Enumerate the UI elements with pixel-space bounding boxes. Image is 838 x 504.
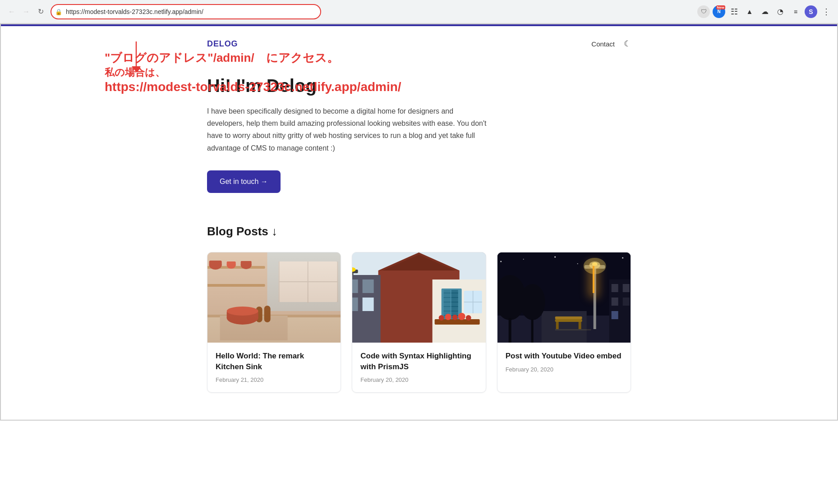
post-1-date: February 21, 2020	[216, 376, 332, 383]
nav-right: Contact ☾	[591, 39, 631, 49]
post-2-body: Code with Syntax Highlighting with Prism…	[352, 343, 485, 393]
post-3-image	[497, 252, 631, 343]
new-badge-icon[interactable]: NNew	[713, 5, 725, 18]
svg-rect-80	[508, 318, 511, 343]
svg-rect-40	[451, 290, 458, 319]
svg-rect-10	[241, 261, 252, 266]
svg-rect-3	[207, 266, 265, 269]
site-content: DELOG Contact ☾ Hi! I'm Delog I have bee…	[171, 26, 667, 420]
hero-title: Hi! I'm Delog	[207, 76, 631, 96]
nav-contact-link[interactable]: Contact	[591, 40, 615, 48]
extensions-icon[interactable]: 🛡	[697, 5, 710, 18]
get-in-touch-button[interactable]: Get in touch →	[207, 170, 281, 193]
svg-point-7	[227, 261, 236, 269]
svg-rect-83	[555, 316, 582, 319]
post-2-date: February 20, 2020	[360, 376, 477, 383]
svg-rect-60	[352, 279, 358, 293]
svg-rect-20	[220, 316, 288, 340]
address-bar-container: 🔒	[51, 4, 321, 19]
svg-point-23	[227, 311, 258, 325]
hero-section: Hi! I'm Delog I have been specifically d…	[207, 58, 631, 215]
svg-rect-15	[337, 261, 338, 302]
more-options-icon[interactable]: ⋮	[820, 5, 833, 18]
svg-rect-6	[209, 261, 222, 266]
svg-rect-85	[578, 322, 581, 329]
post-card-1[interactable]: Hello World: The remark Kitchen Sink Feb…	[207, 252, 341, 393]
svg-rect-14	[279, 261, 280, 302]
post-1-image	[207, 252, 341, 343]
svg-rect-8	[227, 261, 236, 266]
cloud-icon[interactable]: ☁	[759, 5, 771, 18]
svg-point-54	[458, 313, 465, 320]
svg-point-88	[523, 259, 524, 260]
menu-icon[interactable]: ≡	[789, 5, 802, 18]
post-card-3[interactable]: Post with Youtube Video embed February 2…	[497, 252, 631, 393]
svg-rect-62	[352, 298, 358, 311]
svg-rect-18	[207, 316, 341, 343]
post-2-title: Code with Syntax Highlighting with Prism…	[360, 351, 477, 372]
svg-rect-67	[593, 266, 596, 329]
post-card-2[interactable]: Code with Syntax Highlighting with Prism…	[352, 252, 486, 393]
svg-point-25	[227, 307, 258, 316]
svg-rect-21	[256, 307, 262, 322]
svg-rect-86	[555, 329, 591, 330]
back-button[interactable]: ←	[5, 5, 18, 18]
svg-point-53	[452, 315, 458, 320]
browser-nav-buttons: ← → ↻	[5, 5, 47, 18]
page-wrapper: "ブログのアドレス"/admin/ にアクセス。 私の場合は、 https://…	[0, 23, 838, 421]
post-3-date: February 20, 2020	[506, 366, 622, 373]
svg-rect-73	[611, 284, 618, 292]
svg-rect-61	[363, 279, 374, 293]
svg-point-9	[241, 261, 252, 269]
hero-description: I have been specifically designed to bec…	[207, 105, 487, 154]
svg-rect-4	[207, 284, 265, 287]
browser-chrome: ← → ↻ 🔒 🛡 NNew ☷ ▲ ☁ ◔ ≡ S ⋮	[0, 0, 838, 23]
svg-rect-81	[531, 319, 533, 343]
svg-point-89	[554, 256, 556, 257]
post-1-body: Hello World: The remark Kitchen Sink Feb…	[207, 343, 341, 393]
svg-point-51	[439, 315, 444, 321]
svg-point-90	[577, 263, 578, 264]
svg-rect-16	[279, 281, 338, 282]
svg-point-71	[592, 262, 597, 266]
address-bar[interactable]	[51, 4, 321, 19]
svg-rect-11	[267, 252, 341, 311]
svg-marker-1	[132, 66, 141, 72]
forward-button[interactable]: →	[20, 5, 32, 18]
svg-rect-12	[267, 252, 341, 311]
svg-rect-24	[227, 311, 258, 319]
blog-section: Blog Posts ↓	[207, 215, 631, 420]
svg-rect-84	[556, 322, 558, 329]
svg-point-79	[520, 284, 545, 320]
svg-rect-77	[611, 311, 618, 319]
google-drive-icon[interactable]: ▲	[743, 5, 756, 18]
svg-rect-17	[308, 261, 308, 303]
posts-grid: Hello World: The remark Kitchen Sink Feb…	[207, 252, 631, 393]
svg-rect-13	[279, 261, 337, 302]
dark-mode-toggle[interactable]: ☾	[624, 39, 631, 49]
post-2-image	[352, 252, 485, 343]
svg-rect-63	[363, 298, 374, 311]
blog-section-title: Blog Posts ↓	[207, 225, 631, 238]
history-icon[interactable]: ◔	[774, 5, 787, 18]
google-apps-icon[interactable]: ☷	[728, 5, 741, 18]
lock-icon: 🔒	[55, 8, 62, 15]
post-3-title: Post with Youtube Video embed	[506, 351, 622, 362]
site-nav: DELOG Contact ☾	[207, 26, 631, 58]
svg-point-87	[500, 261, 502, 262]
svg-rect-82	[555, 319, 582, 322]
svg-rect-76	[622, 298, 629, 306]
svg-rect-2	[207, 252, 341, 343]
reload-button[interactable]: ↻	[34, 5, 47, 18]
svg-point-52	[445, 314, 451, 320]
svg-rect-74	[622, 284, 629, 292]
post-1-title: Hello World: The remark Kitchen Sink	[216, 351, 332, 372]
profile-icon[interactable]: S	[805, 5, 817, 18]
svg-rect-22	[264, 306, 271, 322]
svg-rect-19	[207, 315, 341, 317]
browser-actions: 🛡 NNew ☷ ▲ ☁ ◔ ≡ S ⋮	[697, 5, 833, 18]
site-logo: DELOG	[207, 39, 238, 49]
post-3-body: Post with Youtube Video embed February 2…	[497, 343, 631, 382]
svg-point-55	[466, 315, 471, 321]
svg-point-91	[622, 257, 623, 258]
